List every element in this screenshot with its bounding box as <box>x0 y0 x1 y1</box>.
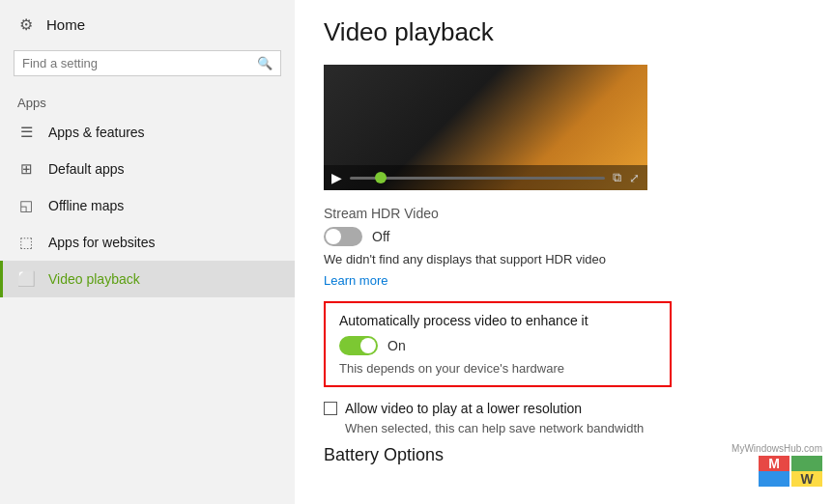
search-input[interactable] <box>22 56 257 70</box>
sidebar-home-item[interactable]: ⚙ Home <box>0 0 295 46</box>
enhance-toggle[interactable] <box>339 336 378 355</box>
grid-icon: ⊞ <box>17 160 35 178</box>
video-icon: ⬜ <box>17 270 35 288</box>
progress-bar[interactable] <box>350 177 605 180</box>
logo-blue-block <box>759 471 789 487</box>
map-icon: ◱ <box>17 197 35 214</box>
sidebar-item-apps-features[interactable]: ☰ Apps & features <box>0 114 295 151</box>
sidebar-item-video-playback[interactable]: ⬜ Video playback <box>0 261 295 297</box>
home-label: Home <box>46 16 85 33</box>
lower-resolution-row: Allow video to play at a lower resolutio… <box>324 401 803 416</box>
main-content: Video playback ▶ ⧉ ⤢ Stream HDR Video Of… <box>295 0 832 504</box>
video-controls: ▶ ⧉ ⤢ <box>324 165 647 190</box>
watermark: MyWindowsHub.com M W <box>732 443 822 487</box>
hdr-section: Stream HDR Video Off We didn't find any … <box>324 206 803 288</box>
video-preview: ▶ ⧉ ⤢ <box>324 65 647 190</box>
fullscreen-icon[interactable]: ⤢ <box>629 171 640 185</box>
sidebar-item-default-apps[interactable]: ⊞ Default apps <box>0 151 295 187</box>
play-button[interactable]: ▶ <box>331 170 342 185</box>
sidebar-item-offline-maps[interactable]: ◱ Offline maps <box>0 187 295 224</box>
logo-m-letter: M <box>768 456 780 471</box>
list-icon: ☰ <box>17 124 35 141</box>
watermark-logo: M W <box>759 456 822 487</box>
enhance-toggle-row: On <box>339 336 656 355</box>
progress-dot <box>375 172 387 183</box>
logo-green-block <box>791 456 822 471</box>
watermark-text: MyWindowsHub.com <box>732 443 822 454</box>
page-title: Video playback <box>324 17 803 47</box>
nav-label-video-playback: Video playback <box>48 271 140 287</box>
nav-label-offline-maps: Offline maps <box>48 198 124 213</box>
lower-resolution-description: When selected, this can help save networ… <box>324 421 803 435</box>
nav-label-apps-websites: Apps for websites <box>48 235 156 250</box>
hdr-toggle-row: Off <box>324 227 803 246</box>
apps-group-label: Apps <box>0 90 295 114</box>
hdr-description: We didn't find any displays that support… <box>324 252 803 266</box>
lower-resolution-label: Allow video to play at a lower resolutio… <box>345 401 582 416</box>
search-icon: 🔍 <box>257 56 273 70</box>
sidebar: ⚙ Home 🔍 Apps ☰ Apps & features ⊞ Defaul… <box>0 0 295 504</box>
pip-icon[interactable]: ⧉ <box>613 170 621 185</box>
enhance-toggle-label: On <box>387 338 406 353</box>
link-icon: ⬚ <box>17 234 35 251</box>
nav-label-default-apps: Default apps <box>48 161 125 177</box>
enhance-title: Automatically process video to enhance i… <box>339 313 656 328</box>
lower-resolution-checkbox[interactable] <box>324 402 337 415</box>
hdr-toggle-label: Off <box>372 229 389 244</box>
hdr-title: Stream HDR Video <box>324 206 803 221</box>
enhance-description: This depends on your device's hardware <box>339 361 656 376</box>
gear-icon: ⚙ <box>17 15 35 33</box>
logo-w-letter: W <box>800 471 813 487</box>
enhance-box: Automatically process video to enhance i… <box>324 301 672 387</box>
sidebar-item-apps-websites[interactable]: ⬚ Apps for websites <box>0 224 295 261</box>
learn-more-link[interactable]: Learn more <box>324 273 387 288</box>
nav-label-apps-features: Apps & features <box>48 125 145 140</box>
search-box[interactable]: 🔍 <box>14 50 281 76</box>
hdr-toggle[interactable] <box>324 227 362 246</box>
